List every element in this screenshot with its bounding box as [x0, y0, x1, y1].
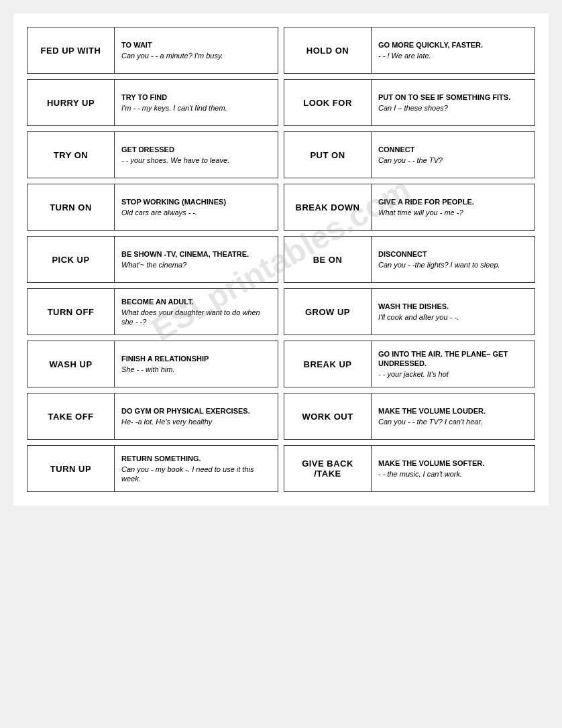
card-definition: STOP WORKING (MACHINES) Old cars are alw…	[115, 184, 278, 230]
card-right-8: GIVE BACK /TAKE MAKE THE VOLUME SOFTER. …	[284, 445, 535, 492]
card-term: PUT ON	[284, 132, 372, 178]
main-definition: TO WAIT	[121, 40, 271, 50]
example-text: Can you - - a minute? I'm busy.	[121, 51, 271, 60]
example-text: I'll cook and after you - -.	[378, 312, 528, 322]
main-definition: GIVE A RIDE FOR PEOPLE.	[378, 197, 528, 206]
example-text: Can you - my book -. I need to use it th…	[121, 465, 271, 484]
main-definition: PUT ON TO SEE IF SOMETHING FITS.	[378, 93, 528, 102]
card-term: TURN ON	[27, 184, 115, 230]
main-definition: BECOME AN ADULT.	[121, 297, 271, 306]
card-left-6: WASH UP FINISH A RELATIONSHIP She - - wi…	[27, 341, 278, 387]
card-definition: BE SHOWN -TV, CINEMA, THEATRE. What'~ th…	[115, 237, 278, 282]
example-text: What time will you - me -?	[378, 208, 528, 217]
card-right-6: BREAK UP GO INTO THE AIR. The plane– GET…	[284, 341, 535, 387]
main-definition: GET DRESSED	[121, 145, 271, 154]
card-definition: TO WAIT Can you - - a minute? I'm busy.	[115, 27, 278, 73]
card-term: GIVE BACK /TAKE	[284, 446, 372, 491]
example-text: Can you - -the lights? I want to sleep.	[378, 260, 528, 269]
main-definition: BE SHOWN -TV, CINEMA, THEATRE.	[121, 249, 271, 259]
term-label: HOLD ON	[306, 46, 349, 56]
example-text: Can you - - the TV?	[378, 156, 528, 165]
card-term: LOOK FOR	[284, 80, 372, 125]
term-label: TURN UP	[50, 464, 91, 474]
term-label: BREAK UP	[304, 359, 352, 369]
card-term: TURN UP	[27, 446, 115, 491]
card-definition: GIVE A RIDE FOR PEOPLE. What time will y…	[372, 184, 535, 230]
card-term: HOLD ON	[284, 27, 372, 73]
card-definition: GO INTO THE AIR. The plane– GET UNDRESSE…	[372, 341, 535, 387]
card-definition: RETURN SOMETHING. Can you - my book -. I…	[115, 446, 278, 491]
card-right-4: BE ON DISCONNECT Can you - -the lights? …	[284, 236, 535, 283]
term-label: WASH UP	[49, 359, 92, 369]
page: ESLprintables.com FED UP WITH TO WAIT Ca…	[13, 13, 549, 505]
card-left-3: TURN ON STOP WORKING (MACHINES) Old cars…	[27, 184, 278, 231]
term-label: WORK OUT	[302, 412, 353, 422]
term-label: GIVE BACK /TAKE	[291, 459, 364, 479]
main-definition: TRY TO FIND	[121, 93, 271, 102]
card-left-2: TRY ON GET DRESSED - - your shoes. We ha…	[27, 131, 278, 178]
main-definition: RETURN SOMETHING.	[121, 454, 271, 463]
example-text: - - the music, I can't work.	[378, 469, 528, 479]
example-text: He- -a lot. He's very healthy	[121, 417, 271, 426]
card-term: WASH UP	[27, 341, 115, 387]
card-right-2: PUT ON CONNECT Can you - - the TV?	[284, 131, 535, 178]
example-text: What'~ the cinema?	[121, 260, 271, 269]
main-definition: STOP WORKING (MACHINES)	[121, 197, 271, 206]
main-definition: DO GYM OR PHYSICAL EXERCISES.	[121, 406, 271, 416]
main-definition: GO MORE QUICKLY, FASTER.	[378, 40, 528, 50]
main-definition: GO INTO THE AIR. The plane– GET UNDRESSE…	[378, 349, 528, 369]
card-definition: FINISH A RELATIONSHIP She - - with him.	[115, 341, 278, 387]
term-label: TURN ON	[50, 202, 92, 213]
term-label: GROW UP	[305, 307, 350, 317]
card-definition: PUT ON TO SEE IF SOMETHING FITS. Can I –…	[372, 80, 535, 125]
card-term: TAKE OFF	[27, 393, 115, 439]
card-term: FED UP WITH	[27, 27, 115, 73]
cards-grid: FED UP WITH TO WAIT Can you - - a minute…	[27, 27, 535, 492]
term-label: BE ON	[313, 255, 343, 265]
card-definition: GET DRESSED - - your shoes. We have to l…	[115, 132, 278, 178]
card-definition: TRY TO FIND I'm - - my keys. I can't fin…	[115, 80, 278, 125]
card-definition: CONNECT Can you - - the TV?	[372, 132, 535, 178]
card-definition: DISCONNECT Can you - -the lights? I want…	[372, 237, 535, 282]
example-text: She - - with him.	[121, 365, 271, 374]
example-text: Can I – these shoes?	[378, 103, 528, 113]
card-right-3: BREAK DOWN GIVE A RIDE FOR PEOPLE. What …	[284, 184, 535, 231]
card-term: BE ON	[284, 237, 372, 282]
term-label: LOOK FOR	[303, 98, 352, 108]
card-definition: MAKE THE VOLUME SOFTER. - - the music, I…	[372, 446, 535, 491]
card-left-8: TURN UP RETURN SOMETHING. Can you - my b…	[27, 445, 278, 492]
term-label: FED UP WITH	[41, 46, 101, 56]
example-text: I'm - - my keys. I can't find them.	[121, 103, 271, 113]
main-definition: MAKE THE VOLUME LOUDER.	[378, 406, 528, 416]
main-definition: FINISH A RELATIONSHIP	[121, 354, 271, 363]
card-right-1: LOOK FOR PUT ON TO SEE IF SOMETHING FITS…	[284, 79, 535, 126]
main-definition: CONNECT	[378, 145, 528, 154]
card-term: PICK UP	[27, 237, 115, 282]
card-definition: MAKE THE VOLUME LOUDER. Can you - - the …	[372, 393, 535, 439]
card-term: TRY ON	[27, 132, 115, 178]
term-label: PICK UP	[52, 255, 89, 265]
main-definition: MAKE THE VOLUME SOFTER.	[378, 459, 528, 468]
card-definition: WASH THE DISHES. I'll cook and after you…	[372, 289, 535, 335]
card-left-1: HURRY UP TRY TO FIND I'm - - my keys. I …	[27, 79, 278, 126]
card-left-5: TURN OFF BECOME AN ADULT. What does your…	[27, 288, 278, 335]
main-definition: DISCONNECT	[378, 249, 528, 259]
example-text: - - your shoes. We have to leave.	[121, 156, 271, 165]
card-left-4: PICK UP BE SHOWN -TV, CINEMA, THEATRE. W…	[27, 236, 278, 283]
card-definition: GO MORE QUICKLY, FASTER. - - ! We are la…	[372, 27, 535, 73]
example-text: Can you - - the TV? I can't hear.	[378, 417, 528, 426]
card-term: GROW UP	[284, 289, 372, 335]
card-term: BREAK DOWN	[284, 184, 372, 230]
card-right-5: GROW UP WASH THE DISHES. I'll cook and a…	[284, 288, 535, 335]
term-label: TRY ON	[54, 150, 88, 160]
card-term: TURN OFF	[27, 289, 115, 335]
card-right-0: HOLD ON GO MORE QUICKLY, FASTER. - - ! W…	[284, 27, 535, 74]
main-definition: WASH THE DISHES.	[378, 302, 528, 311]
card-term: HURRY UP	[27, 80, 115, 125]
example-text: What does your daughter want to do when …	[121, 308, 271, 327]
term-label: TURN OFF	[48, 307, 95, 317]
term-label: TAKE OFF	[48, 412, 93, 422]
term-label: PUT ON	[310, 150, 345, 160]
example-text: Old cars are always - -.	[121, 208, 271, 217]
term-label: HURRY UP	[47, 98, 95, 108]
